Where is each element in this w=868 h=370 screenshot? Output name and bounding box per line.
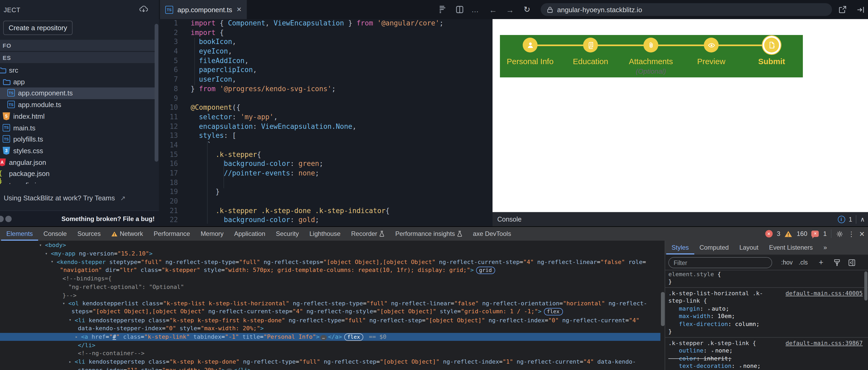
preview-url-bar[interactable]: angular-hyoeyn.stackblitz.io — [541, 3, 832, 16]
dom-tree-row[interactable]: ▾<my-app ng-version="15.2.10"> — [0, 249, 660, 258]
collapse-arrow-icon[interactable]: ▾ — [39, 243, 42, 248]
css-property-row[interactable]: margin: ▸auto; — [665, 305, 868, 312]
code-line-8[interactable]: 8} from '@progress/kendo-svg-icons'; — [159, 85, 493, 94]
expand-arrow-icon[interactable]: ▸ — [75, 334, 78, 339]
step-indicator-file-add-icon[interactable] — [764, 38, 779, 53]
file-row-angular.json[interactable]: Aangular.json — [0, 156, 155, 168]
step-indicator-user-icon[interactable] — [523, 38, 537, 53]
file-a-bug-link[interactable]: Something broken? File a bug! — [61, 215, 155, 222]
open-in-new-window-icon[interactable] — [838, 0, 847, 19]
code-editor[interactable]: 1import { Component, ViewEncapsulation }… — [159, 19, 493, 226]
teams-promo-link[interactable]: Using StackBlitz at work? Try Teams↗ — [4, 194, 125, 202]
code-line-19[interactable]: 19 } — [159, 188, 493, 197]
file-row-polyfills.ts[interactable]: TSpolyfills.ts — [0, 134, 155, 145]
sidebar-section-info[interactable]: FO — [0, 40, 155, 51]
code-line-13[interactable]: 13 styles: [ — [159, 132, 493, 141]
expand-arrow-icon[interactable]: ▸ — [69, 360, 71, 364]
layout-badge[interactable]: grid — [476, 267, 495, 274]
dom-tree-row[interactable]: stepper-index="1" style="max-width: 20%;… — [0, 366, 660, 370]
dom-tree-row[interactable]: "navigation" dir="ltr" class="k-stepper"… — [0, 266, 660, 274]
expand-shorthand-icon[interactable]: ▸ — [740, 364, 742, 369]
file-row-src[interactable]: src — [0, 65, 155, 76]
step-label[interactable]: Preview — [681, 57, 741, 66]
css-property-row[interactable]: flex-direction: column; — [665, 320, 868, 328]
styles-subtab-computed[interactable]: Computed — [694, 241, 734, 254]
split-editor-icon[interactable] — [456, 0, 464, 19]
step-indicator-paperclip-icon[interactable] — [644, 38, 658, 53]
layout-badge[interactable]: flex — [344, 333, 363, 341]
devtools-tab-performance-insights[interactable]: Performance insights — [390, 227, 468, 241]
devtools-tab-security[interactable]: Security — [271, 227, 304, 241]
code-line-4[interactable]: 4 eyeIcon, — [159, 47, 493, 56]
dom-tree-row[interactable]: ▾<li kendostepperstep class="k-step k-st… — [0, 316, 660, 324]
css-property-row[interactable]: outline: ▸none; — [665, 347, 868, 354]
devtools-tab-application[interactable]: Application — [229, 227, 270, 241]
dom-tree-row[interactable]: <!--ng-container--> — [0, 349, 660, 358]
devtools-tab-console[interactable]: Console — [38, 227, 72, 241]
devtools-tab-network[interactable]: Network — [106, 227, 148, 241]
stylesheet-source-link[interactable]: default-main.css:40005 — [786, 290, 863, 297]
close-tab-icon[interactable]: ✕ — [237, 6, 242, 13]
create-repository-button[interactable]: Create a repository — [3, 21, 72, 35]
dom-tree-row[interactable]: ▾<kendo-stepper steptype="full" ng-refle… — [0, 258, 660, 266]
error-badge-icon[interactable]: ✕ — [765, 230, 772, 237]
step-label[interactable]: Submit — [741, 57, 802, 66]
dom-tree-row[interactable]: }--> — [0, 291, 660, 299]
rendering-emulation-icon[interactable] — [834, 259, 840, 266]
code-line-6[interactable]: 6 paperclipIcon, — [159, 66, 493, 75]
code-line-22[interactable]: 22 background-color: gold; — [159, 216, 493, 225]
more-options-icon[interactable]: … — [470, 0, 480, 19]
warning-icon[interactable] — [784, 230, 793, 237]
discord-icon[interactable] — [5, 216, 12, 222]
code-line-20[interactable]: 20 — [159, 197, 493, 206]
layout-badge[interactable]: flex — [544, 308, 563, 316]
styles-scrollbar[interactable] — [864, 272, 867, 301]
dom-tree-row[interactable]: data-kendo-stepper-index="0" style="max-… — [0, 324, 660, 333]
dom-tree-row[interactable]: steps="[object Object],[object Object" n… — [0, 308, 660, 316]
styles-subtab-event-listeners[interactable]: Event Listeners — [764, 241, 818, 254]
file-row-app.component.ts[interactable]: TSapp.component.ts — [0, 88, 155, 99]
css-selector-line[interactable]: element.style { — [665, 271, 868, 278]
devtools-tab-lighthouse[interactable]: Lighthouse — [304, 227, 346, 241]
prettier-icon[interactable] — [438, 0, 447, 19]
file-row-index.html[interactable]: 5index.html — [0, 111, 155, 122]
code-line-12[interactable]: 12 encapsulation: ViewEncapsulation.None… — [159, 122, 493, 132]
sidebar-scrollbar[interactable] — [155, 24, 158, 162]
preview-forward-icon[interactable]: → — [505, 0, 515, 19]
file-row-app[interactable]: app — [0, 76, 155, 88]
preview-console-bar[interactable]: Console i 1 ∧ — [493, 212, 868, 226]
preview-back-icon[interactable]: ← — [488, 0, 498, 19]
file-row-styles.css[interactable]: 3styles.css — [0, 145, 155, 157]
community-icon[interactable] — [0, 216, 4, 222]
dom-tree-row[interactable]: <!--bindings={ — [0, 275, 660, 283]
devtools-tab-memory[interactable]: Memory — [195, 227, 229, 241]
collapse-arrow-icon[interactable]: ▾ — [62, 301, 65, 306]
code-line-21[interactable]: 21 .k-stepper .k-step-done .k-step-indic… — [159, 207, 493, 216]
devtools-tab-recorder[interactable]: Recorder — [346, 227, 390, 241]
hov-toggle[interactable]: :hov — [781, 259, 793, 265]
collapse-arrow-icon[interactable]: ▾ — [69, 318, 71, 322]
step-indicator-eye-icon[interactable] — [704, 38, 719, 53]
elements-scrollbar[interactable] — [661, 292, 664, 326]
inline-expand-icon[interactable]: … — [226, 368, 232, 370]
step-indicator-book-icon[interactable] — [583, 38, 598, 53]
close-devtools-icon[interactable]: ✕ — [859, 230, 865, 238]
code-line-15[interactable]: 15 .k-stepper{ — [159, 150, 493, 160]
dock-panel-icon[interactable] — [856, 0, 865, 19]
step-label[interactable]: Education — [560, 57, 621, 66]
file-row-app.module.ts[interactable]: TSapp.module.ts — [0, 99, 155, 111]
css-selector-line[interactable]: .k-stepper .k-step-link {default-main.cs… — [665, 339, 868, 347]
preview-refresh-icon[interactable]: ↻ — [522, 0, 532, 19]
file-row-main.ts[interactable]: TSmain.ts — [0, 122, 155, 134]
new-style-rule-icon[interactable]: + — [819, 258, 824, 267]
inline-expand-icon[interactable]: … — [321, 335, 327, 340]
css-selector-line[interactable]: .k-step-list-horizontal .k-default-main.… — [665, 289, 868, 297]
dom-tree-row[interactable]: ▾<body> — [0, 241, 660, 249]
devtools-tab-performance[interactable]: Performance — [148, 227, 195, 241]
expand-shorthand-icon[interactable]: ▸ — [712, 349, 714, 354]
code-line-17[interactable]: 17 //pointer-events: none; — [159, 169, 493, 178]
css-property-row[interactable]: color: inherit; — [665, 354, 868, 362]
css-property-row[interactable]: max-width: 10em; — [665, 312, 868, 320]
css-selector-line[interactable]: step-link { — [665, 297, 868, 305]
file-row-package.json[interactable]: { }package.json — [0, 168, 155, 180]
